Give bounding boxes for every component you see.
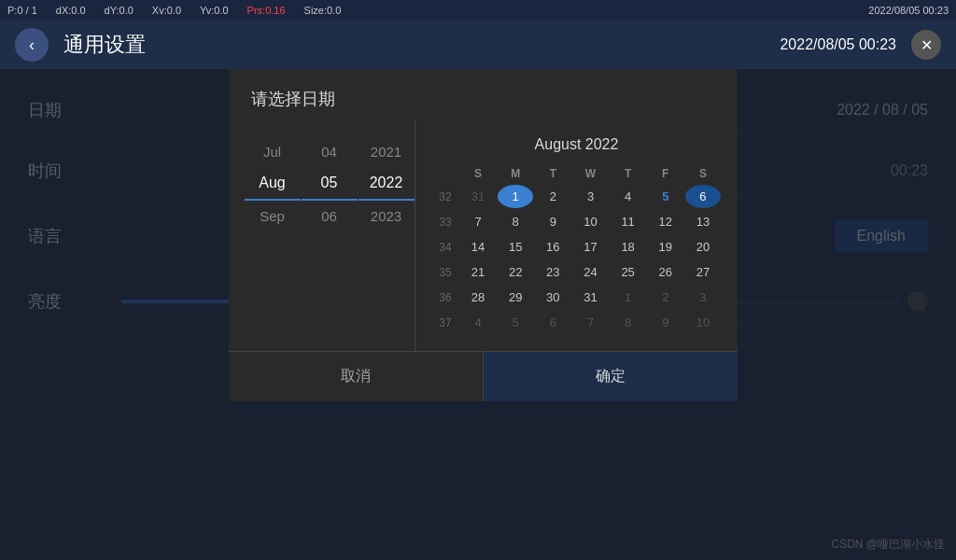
calendar-day[interactable]: 6 (535, 311, 570, 334)
calendar-grid: S M T W T F S 32311234563378910111213341… (430, 162, 723, 336)
day-next[interactable]: 06 (302, 201, 358, 231)
calendar-day[interactable]: 15 (498, 235, 533, 259)
back-icon: ‹ (29, 35, 35, 55)
calendar-day[interactable]: 4 (611, 185, 646, 208)
close-icon: ✕ (921, 36, 933, 54)
confirm-button[interactable]: 确定 (483, 352, 738, 401)
year-next[interactable]: 2023 (358, 201, 415, 231)
calendar-day[interactable]: 11 (611, 210, 646, 233)
day-header-tue: T (535, 164, 570, 183)
calendar-week-row: 3378910111213 (432, 210, 721, 233)
status-bar: P:0 / 1 dX:0.0 dY:0.0 Xv:0.0 Yv:0.0 Prs:… (0, 0, 956, 21)
calendar-day[interactable]: 25 (611, 260, 646, 284)
calendar-week-row: 3745678910 (432, 311, 721, 334)
week-number: 33 (432, 210, 458, 233)
calendar-day[interactable]: 13 (685, 210, 721, 233)
month-picker-col[interactable]: Jul Aug Sep (245, 136, 301, 336)
calendar-day[interactable]: 30 (535, 286, 570, 309)
calendar-day[interactable]: 8 (611, 311, 646, 334)
calendar-day[interactable]: 19 (648, 235, 683, 259)
calendar-day[interactable]: 27 (685, 260, 721, 284)
day-header-wed: W (572, 164, 608, 183)
day-selected[interactable]: 05 (302, 167, 358, 201)
week-number: 32 (432, 185, 458, 208)
close-button[interactable]: ✕ (911, 30, 941, 60)
calendar-day[interactable]: 3 (685, 286, 721, 309)
calendar-day[interactable]: 9 (535, 210, 570, 233)
status-xv: Xv:0.0 (152, 5, 181, 16)
dialog-body: Jul Aug Sep 04 05 06 2021 2022 2023 Augu… (229, 121, 738, 351)
calendar-day[interactable]: 3 (572, 185, 608, 208)
page-title: 通用设置 (63, 31, 146, 59)
calendar-week-row: 3628293031123 (432, 286, 721, 309)
calendar-day[interactable]: 21 (460, 260, 496, 284)
calendar-body: 3231123456337891011121334141516171819203… (432, 185, 721, 334)
dialog-footer: 取消 确定 (229, 351, 738, 401)
year-picker-col[interactable]: 2021 2022 2023 (358, 136, 415, 336)
calendar-day[interactable]: 8 (498, 210, 533, 233)
status-yv: Yv:0.0 (200, 5, 229, 16)
calendar-week-row: 3521222324252627 (432, 260, 721, 284)
calendar-day[interactable]: 6 (685, 185, 721, 208)
calendar-day[interactable]: 10 (685, 311, 721, 334)
status-p: P:0 / 1 (7, 5, 37, 16)
calendar-day[interactable]: 14 (460, 235, 496, 259)
status-prs: Prs:0.16 (247, 5, 286, 16)
calendar-day[interactable]: 2 (648, 286, 683, 309)
calendar-day[interactable]: 20 (685, 235, 721, 259)
calendar-header-row: S M T W T F S (432, 164, 721, 183)
calendar-day[interactable]: 4 (460, 311, 496, 334)
calendar-day[interactable]: 12 (648, 210, 683, 233)
dialog-title: 请选择日期 (229, 69, 738, 121)
calendar-day[interactable]: 5 (648, 185, 683, 208)
calendar-panel: August 2022 S M T W T F S 3231123456337 (415, 121, 738, 351)
day-header-thu: T (611, 164, 646, 183)
status-size: Size:0.0 (304, 5, 342, 16)
calendar-day[interactable]: 5 (498, 311, 533, 334)
week-number: 36 (432, 286, 458, 309)
calendar-day[interactable]: 23 (535, 260, 570, 284)
week-number: 34 (432, 235, 458, 259)
calendar-day[interactable]: 31 (572, 286, 608, 309)
calendar-day[interactable]: 26 (648, 260, 683, 284)
back-button[interactable]: ‹ (15, 28, 49, 62)
calendar-day[interactable]: 22 (498, 260, 533, 284)
calendar-day[interactable]: 1 (611, 286, 646, 309)
calendar-day[interactable]: 10 (572, 210, 608, 233)
year-prev[interactable]: 2021 (358, 136, 415, 167)
status-dx: dX:0.0 (56, 5, 86, 16)
month-prev[interactable]: Jul (245, 136, 301, 167)
calendar-day[interactable]: 16 (535, 235, 570, 259)
day-header-sun: S (460, 164, 496, 183)
month-next[interactable]: Sep (245, 201, 301, 231)
week-number: 35 (432, 260, 458, 284)
header-datetime: 2022/08/05 00:23 (780, 36, 896, 53)
calendar-day[interactable]: 9 (648, 311, 683, 334)
date-picker-dialog: 请选择日期 Jul Aug Sep 04 05 06 2021 2022 202… (229, 69, 738, 401)
scroll-picker[interactable]: Jul Aug Sep 04 05 06 2021 2022 2023 (229, 121, 415, 351)
calendar-day[interactable]: 18 (611, 235, 646, 259)
calendar-day[interactable]: 7 (460, 210, 496, 233)
calendar-day[interactable]: 17 (572, 235, 608, 259)
calendar-day[interactable]: 28 (460, 286, 496, 309)
year-selected[interactable]: 2022 (358, 167, 415, 201)
calendar-week-row: 3414151617181920 (432, 235, 721, 259)
status-dy: dY:0.0 (105, 5, 134, 16)
calendar-day[interactable]: 7 (572, 311, 608, 334)
calendar-day[interactable]: 31 (460, 185, 496, 208)
calendar-month-label: August 2022 (430, 136, 723, 153)
week-num-header (432, 164, 458, 183)
cancel-button[interactable]: 取消 (229, 352, 483, 401)
day-header-sat: S (685, 164, 721, 183)
calendar-day[interactable]: 29 (498, 286, 533, 309)
month-selected[interactable]: Aug (245, 167, 301, 201)
day-picker-col[interactable]: 04 05 06 (302, 136, 358, 336)
calendar-day[interactable]: 24 (572, 260, 608, 284)
header: ‹ 通用设置 2022/08/05 00:23 ✕ (0, 21, 956, 69)
day-header-mon: M (498, 164, 533, 183)
status-datetime: 2022/08/05 00:23 (868, 5, 949, 16)
calendar-week-row: 3231123456 (432, 185, 721, 208)
calendar-day[interactable]: 2 (535, 185, 570, 208)
day-prev[interactable]: 04 (302, 136, 358, 167)
calendar-day[interactable]: 1 (498, 185, 533, 208)
